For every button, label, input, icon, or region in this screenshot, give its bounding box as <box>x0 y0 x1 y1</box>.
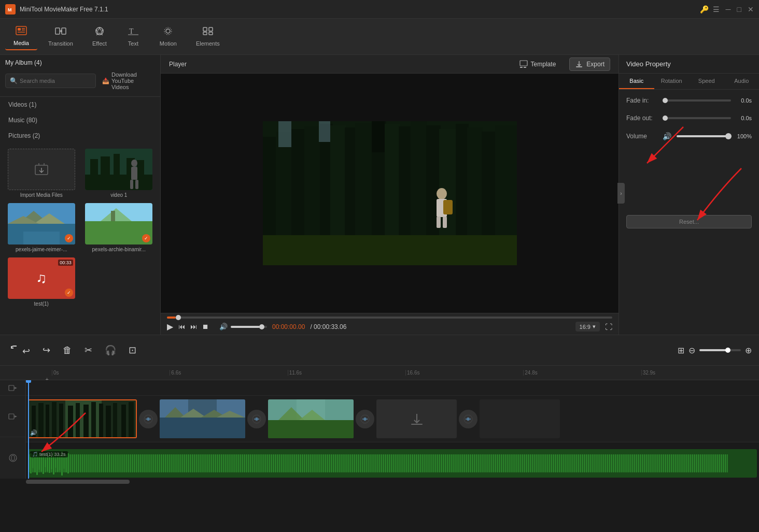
crop-btn[interactable]: ⊡ <box>126 342 138 358</box>
fade-in-slider[interactable] <box>663 99 731 102</box>
nav-videos[interactable]: Videos (1) <box>0 97 160 112</box>
svg-rect-122 <box>38 457 40 470</box>
menu-icon[interactable]: ☰ <box>713 5 720 13</box>
video-track-label <box>0 396 25 437</box>
reset-btn[interactable]: Reset... <box>626 215 752 228</box>
nav-music[interactable]: Music (80) <box>0 112 160 128</box>
svg-rect-128 <box>51 457 52 469</box>
cut-btn[interactable]: ✂ <box>82 342 94 358</box>
headphones-btn[interactable]: 🎧 <box>103 342 118 358</box>
download-youtube-btn[interactable]: 📥 Download YouTube Videos <box>98 69 155 92</box>
fade-in-thumb[interactable] <box>663 98 668 103</box>
transition-btn-2[interactable] <box>247 410 266 428</box>
download-label: Download YouTube Videos <box>111 71 151 90</box>
photo2-label: pexels-archie-binamir... <box>92 247 146 252</box>
progress-thumb[interactable] <box>176 315 181 320</box>
timeline-scrollbar[interactable] <box>0 479 759 485</box>
toolbar-motion[interactable]: Motion <box>151 23 185 50</box>
collapse-btn[interactable]: › <box>617 183 625 204</box>
video-clip-2[interactable] <box>160 399 245 438</box>
audio-duration: 33.2s <box>54 452 66 457</box>
music-label: test(1) <box>34 301 49 307</box>
toolbar-effect[interactable]: Effect <box>84 23 115 50</box>
svg-rect-69 <box>443 200 453 214</box>
motion-label: Motion <box>160 40 177 47</box>
media-item-photo1[interactable]: ✓ pexels-jaime-reimer-... <box>5 203 78 252</box>
play-btn[interactable]: ▶ <box>167 322 173 332</box>
media-label: Media <box>13 40 29 46</box>
music-duration: 00:33 <box>58 260 73 266</box>
svg-rect-65 <box>319 121 330 142</box>
media-item-import[interactable]: Import Media Files <box>5 149 78 198</box>
template-btn[interactable]: Template <box>514 58 561 70</box>
zoom-thumb[interactable] <box>725 348 730 353</box>
export-btn[interactable]: Export <box>569 57 610 71</box>
search-input[interactable] <box>20 78 91 84</box>
zoom-slider[interactable] <box>699 349 741 351</box>
toolbar-text[interactable]: T Text <box>118 23 149 50</box>
svg-rect-87 <box>76 403 80 438</box>
svg-rect-92 <box>113 403 117 438</box>
video-clip-3[interactable] <box>268 399 354 438</box>
zoom-out-btn[interactable]: ⊖ <box>688 346 695 355</box>
audio-waveform[interactable]: 🎵 test(1) 33.2s <box>28 449 757 478</box>
volume-btn[interactable]: 🔊 <box>219 323 228 330</box>
tab-speed[interactable]: Speed <box>689 74 724 89</box>
right-panel: Video Property Basic Rotation Speed Audi… <box>619 55 759 335</box>
video-clip-1[interactable]: 🔊 <box>28 399 137 438</box>
nav-pictures[interactable]: Pictures (2) <box>0 128 160 143</box>
scroll-thumb[interactable] <box>26 480 130 484</box>
undo-btn[interactable]: ↩ <box>7 342 32 359</box>
svg-rect-91 <box>106 406 111 438</box>
fade-in-row: Fade in: 0.0s <box>619 92 759 109</box>
tab-rotation[interactable]: Rotation <box>654 74 690 89</box>
svg-point-26 <box>131 160 137 167</box>
maximize-icon[interactable]: □ <box>737 5 741 13</box>
tab-audio[interactable]: Audio <box>724 74 760 89</box>
video-clip-4[interactable] <box>376 399 457 438</box>
close-icon[interactable]: ✕ <box>748 5 754 13</box>
transition-btn-4[interactable] <box>459 410 477 428</box>
photo1-check: ✓ <box>65 234 73 242</box>
video-clip-5 <box>480 399 560 438</box>
stop-btn[interactable]: ⏹ <box>202 323 209 330</box>
volume-slider[interactable] <box>231 326 267 328</box>
minimize-icon[interactable]: ─ <box>726 5 731 13</box>
delete-btn[interactable]: 🗑 <box>61 343 74 358</box>
transition-btn-3[interactable] <box>356 410 374 428</box>
window-controls[interactable]: ☰ ─ □ ✕ <box>713 5 754 13</box>
zoom-in-btn[interactable]: ⊕ <box>745 346 752 355</box>
svg-text:M: M <box>8 7 12 12</box>
tab-basic[interactable]: Basic <box>619 74 654 89</box>
timeline-ruler: + 0s 6.6s 11.6s 16.6s 24.8s 32.9s <box>0 366 759 380</box>
ruler-32s: 32.9s <box>641 370 759 376</box>
media-item-photo2[interactable]: ✓ pexels-archie-binamir... <box>83 203 156 252</box>
media-nav: Videos (1) Music (80) Pictures (2) <box>0 97 160 143</box>
toolbar-elements[interactable]: Elements <box>188 23 228 50</box>
playhead[interactable] <box>28 380 29 479</box>
svg-point-13 <box>164 27 172 35</box>
prev-btn[interactable]: ⏮ <box>178 323 185 330</box>
svg-rect-64 <box>278 121 291 147</box>
toolbar-media[interactable]: Media <box>5 23 37 50</box>
progress-bar[interactable] <box>167 317 612 319</box>
player-controls: ▶ ⏮ ⏭ ⏹ 🔊 00:00:00.00 / 00:00:33.06 16:9… <box>161 313 619 335</box>
svg-rect-41 <box>520 67 523 68</box>
music-icon: ♫ <box>36 270 47 286</box>
media-item-video1[interactable]: 📹 ✓ <box>83 149 156 198</box>
player-title: Player <box>169 61 187 68</box>
svg-rect-2 <box>16 26 26 35</box>
svg-rect-75 <box>9 414 14 419</box>
aspect-select[interactable]: 16:9 ▾ <box>575 322 600 332</box>
redo-btn[interactable]: ↪ <box>40 342 52 358</box>
media-item-music[interactable]: 00:33 ♫ ✓ test(1) <box>5 257 78 307</box>
volume-thumb[interactable] <box>259 324 264 329</box>
transition-btn-1[interactable] <box>139 410 158 428</box>
toolbar-transition[interactable]: Transition <box>40 23 81 50</box>
next-btn[interactable]: ⏭ <box>190 323 197 330</box>
svg-text:T: T <box>129 27 134 35</box>
left-panel: My Album (4) 🔍 📥 Download YouTube Videos… <box>0 55 161 335</box>
columns-btn[interactable]: ⊞ <box>678 346 684 355</box>
fullscreen-btn[interactable]: ⛶ <box>605 323 612 331</box>
svg-rect-70 <box>437 217 441 228</box>
